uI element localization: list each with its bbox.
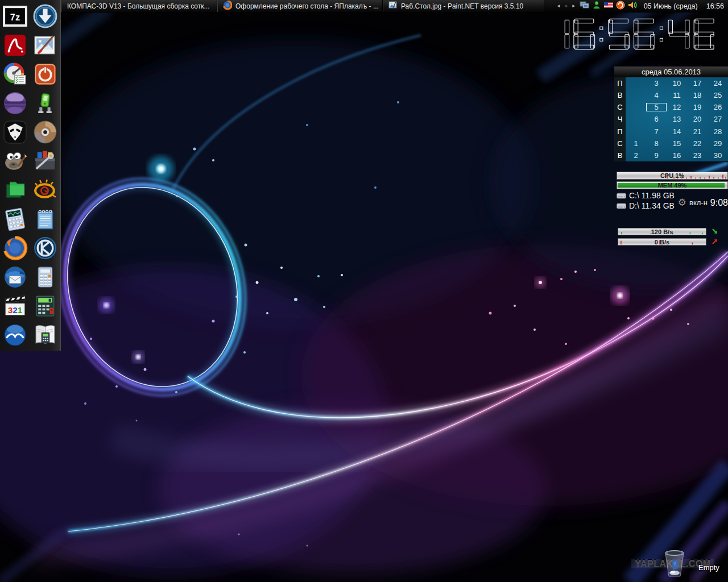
paintnet-icon[interactable]	[30, 31, 60, 60]
calendar-row-4: Ч6132027	[614, 113, 728, 125]
tray-scroll-right-icon[interactable]: ►	[571, 3, 577, 9]
taskbar-tasks: КОМПАС-3D V13 - Большущая сборка сотк...…	[61, 0, 544, 12]
calendar-weekday: С	[614, 101, 626, 113]
kompas-3d-icon[interactable]	[30, 234, 60, 263]
calendar-day: 9	[646, 151, 667, 160]
calendar-day: 27	[708, 115, 728, 123]
system-monitor-widget: CPU 1% MEM 49% C:\ 11.98 GB D:\ 11.34 GB…	[617, 172, 728, 210]
calendar-weekday: Ч	[614, 113, 626, 125]
volume-icon[interactable]	[627, 1, 638, 12]
green-folders-app-icon[interactable]	[0, 176, 30, 205]
task-title: КОМПАС-3D V13 - Большущая сборка сотк...	[67, 2, 209, 10]
calendar-day: 12	[667, 103, 687, 111]
calendar-weekday: П	[614, 126, 626, 138]
calculator-icon[interactable]	[30, 263, 60, 292]
tray-icons	[580, 1, 638, 12]
xnview-icon[interactable]	[30, 176, 60, 205]
qip-messenger-icon[interactable]	[30, 89, 60, 118]
reference-book-calc-icon[interactable]	[30, 321, 60, 350]
digital-clock-widget	[547, 17, 714, 51]
memory-usage-bar: MEM 49%	[617, 181, 728, 189]
svg-text:321: 321	[8, 305, 23, 315]
calendar-day: 10	[667, 79, 687, 88]
calendar-day: 23	[687, 151, 708, 160]
calendar-header: среда 05.06.2013	[614, 66, 728, 77]
disk-c-label: C:\ 11.98 GB	[629, 191, 675, 200]
tray-clock: 16:56	[706, 2, 724, 10]
calendar-row-2: В4111825	[614, 89, 728, 101]
cpu-usage-bar: CPU 1%	[617, 172, 728, 180]
engineering-calculator-icon[interactable]	[0, 205, 30, 234]
upload-arrow-icon	[711, 238, 719, 246]
tray-scroll-left-icon[interactable]: ◄	[556, 3, 561, 9]
calendar-day: 15	[667, 139, 687, 148]
tray-scroll-middle-icon[interactable]: ○	[564, 3, 568, 9]
system-tray: ◄ ○ ► 05 Июнь (среда) 16:56	[556, 0, 728, 12]
calendar-weekday: В	[614, 89, 626, 101]
uptime-label: вкл-н	[689, 198, 708, 207]
system-gauge-icon[interactable]	[0, 60, 30, 89]
svg-text:7z: 7z	[10, 12, 20, 22]
taskbar-task-3[interactable]: Раб.Стол.jpg - Paint.NET версия 3.5.10	[383, 0, 544, 12]
thunderbird-icon[interactable]	[0, 263, 30, 292]
calendar-grid: П3101724В4111825С5121926Ч6132027П7142128…	[614, 77, 728, 161]
toolbox-archiver-icon[interactable]	[30, 147, 60, 176]
openoffice-icon[interactable]	[0, 321, 30, 350]
calendar-day: 28	[708, 127, 728, 136]
calendar-day: 13	[667, 115, 687, 123]
us-keyboard-layout-flag-icon[interactable]	[603, 1, 614, 12]
purple-sphere-app-icon[interactable]	[0, 89, 30, 118]
notepad-icon[interactable]	[30, 205, 60, 234]
download-arrow-icon	[711, 227, 719, 235]
cpu-usage-label: CPU 1%	[617, 172, 727, 180]
sevenzip-icon[interactable]: 7z	[0, 2, 30, 31]
calendar-day: 14	[667, 127, 687, 136]
firefox-icon[interactable]	[0, 234, 30, 263]
calendar-row-1: П3101724	[614, 77, 728, 89]
calendar-day: 21	[687, 127, 708, 136]
orange-app-icon[interactable]	[615, 1, 626, 12]
calendar-day: 17	[687, 79, 708, 88]
media-player-classic-icon[interactable]: 321	[0, 292, 30, 321]
calendar-day: 26	[708, 103, 728, 111]
task-title: Раб.Стол.jpg - Paint.NET версия 3.5.10	[401, 2, 523, 10]
cd-burner-icon[interactable]	[30, 118, 60, 147]
upload-bar: 0 B/s	[618, 238, 706, 246]
download-speed-label: 120 B/s	[618, 228, 706, 235]
firefox-icon	[223, 1, 232, 11]
adobe-reader-icon[interactable]	[0, 31, 30, 60]
calendar-day: 6	[646, 115, 667, 123]
calendar-day: 25	[708, 91, 728, 99]
download-bar: 120 B/s	[618, 228, 706, 235]
taskbar-task-2[interactable]: Оформление рабочего стола - ЯПлакалъ - .…	[217, 0, 383, 12]
calendar-day: 16	[667, 151, 687, 160]
calendar-row-3: С5121926	[614, 101, 728, 113]
calendar-widget: среда 05.06.2013 П3101724В4111825С512192…	[614, 66, 728, 161]
calendar-day: 7	[646, 127, 667, 136]
dual-monitor-network-icon[interactable]	[580, 1, 590, 12]
calendar-day: 3	[646, 79, 667, 88]
foobar2000-icon[interactable]	[0, 118, 30, 147]
downloadmaster-icon[interactable]	[30, 2, 60, 31]
recycle-bin-icon[interactable]	[660, 546, 689, 579]
memory-usage-label: MEM 49%	[617, 182, 727, 189]
calendar-day: 1	[626, 139, 646, 148]
green-agent-icon[interactable]	[592, 1, 602, 12]
calendar-weekday: В	[614, 149, 626, 161]
power-off-icon[interactable]	[30, 60, 60, 89]
tray-date: 05 Июнь (среда)	[644, 2, 698, 10]
calendar-weekday: С	[614, 138, 626, 149]
calendar-day: 8	[646, 139, 667, 148]
recycle-bin-label: Empty	[698, 563, 719, 572]
taskbar-task-1[interactable]: КОМПАС-3D V13 - Большущая сборка сотк...	[61, 0, 217, 12]
gimp-icon[interactable]	[0, 147, 30, 176]
calendar-day: 11	[667, 91, 687, 99]
taskbar: КОМПАС-3D V13 - Большущая сборка сотк...…	[0, 0, 728, 13]
calendar-day: 29	[708, 139, 728, 148]
paintnet-icon	[388, 1, 398, 11]
measuring-device-app-icon[interactable]	[30, 292, 60, 321]
calendar-day: 20	[687, 115, 708, 123]
disk-d-label: D:\ 11.34 GB	[629, 201, 675, 210]
calendar-current-day: 5	[646, 103, 667, 111]
calendar-day: 22	[687, 139, 708, 148]
